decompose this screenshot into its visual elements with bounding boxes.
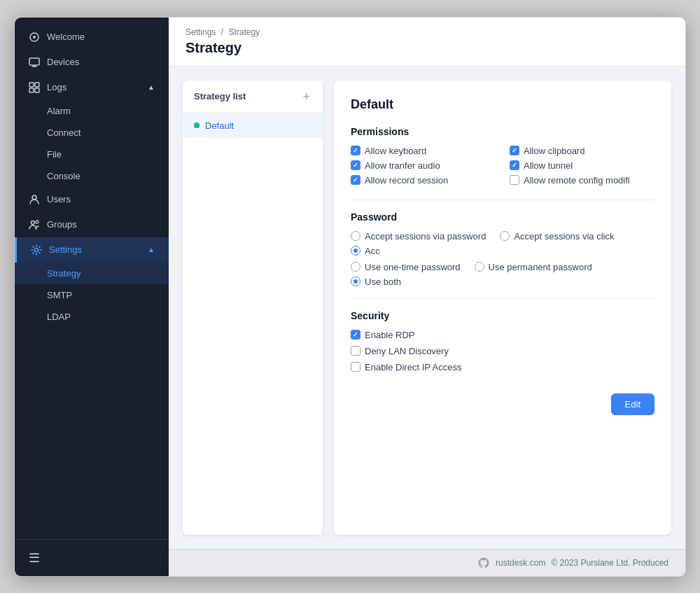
sidebar-item-groups[interactable]: Groups <box>15 212 169 237</box>
svg-rect-3 <box>29 83 34 87</box>
password-row1: Accept sessions via password Accept sess… <box>351 231 654 256</box>
permissions-divider <box>351 200 654 200</box>
breadcrumb-current: Strategy <box>228 27 260 37</box>
permissions-grid: Allow keyboard Allow clipboard Allow tra… <box>351 146 654 186</box>
permission-tunnel-checkbox[interactable] <box>510 160 519 170</box>
radio-one-time-indicator <box>351 262 360 272</box>
strategy-list-title: Strategy list <box>194 91 246 102</box>
permissions-section-title: Permissions <box>351 126 654 137</box>
sidebar-item-devices[interactable]: Devices <box>15 50 169 75</box>
security-direct-ip-checkbox[interactable] <box>351 362 360 372</box>
permission-keyboard-label: Allow keyboard <box>365 146 426 156</box>
radio-via-password[interactable]: Accept sessions via password <box>351 231 486 242</box>
sidebar-item-welcome[interactable]: Welcome <box>15 25 169 50</box>
sidebar-item-smtp-label: SMTP <box>47 290 72 300</box>
permission-clipboard-checkbox[interactable] <box>510 146 519 155</box>
detail-panel: Default Permissions Allow keyboard Allow… <box>334 81 671 535</box>
sidebar-item-connect[interactable]: Connect <box>15 122 169 144</box>
svg-rect-2 <box>29 58 39 65</box>
breadcrumb-separator: / <box>221 27 223 37</box>
list-icon: ☰ <box>29 551 40 565</box>
permission-tunnel: Allow tunnel <box>510 160 654 171</box>
sidebar-item-connect-label: Connect <box>47 127 80 138</box>
radio-via-acc[interactable]: Acc <box>351 246 380 256</box>
security-enable-rdp-label: Enable RDP <box>365 330 415 340</box>
permission-transfer-audio-label: Allow tranfer audio <box>365 160 440 171</box>
radio-via-click-indicator <box>500 231 510 241</box>
radio-both[interactable]: Use both <box>351 277 401 287</box>
sidebar-item-file-label: File <box>47 149 62 160</box>
security-enable-rdp: Enable RDP <box>351 330 654 340</box>
breadcrumb-parent: Settings <box>186 27 216 37</box>
settings-chevron-icon: ▲ <box>148 246 155 253</box>
sidebar-item-console[interactable]: Console <box>15 165 169 187</box>
sidebar-item-smtp[interactable]: SMTP <box>15 284 169 306</box>
svg-point-7 <box>32 195 36 200</box>
sidebar: Welcome Devices <box>15 18 169 576</box>
password-divider <box>351 298 654 299</box>
action-bar: Edit <box>351 386 654 415</box>
sidebar-item-file[interactable]: File <box>15 144 169 165</box>
sidebar-item-devices-label: Devices <box>47 57 79 67</box>
users-icon <box>29 219 40 230</box>
sidebar-item-ldap-label: LDAP <box>47 312 71 322</box>
sidebar-item-alarm-label: Alarm <box>47 106 71 116</box>
radio-permanent-indicator <box>475 262 484 272</box>
breadcrumb: Settings / Strategy <box>186 27 668 37</box>
user-icon <box>29 194 40 205</box>
main-content: Settings / Strategy Strategy Strategy li… <box>169 18 685 576</box>
permission-clipboard-label: Allow clipboard <box>524 146 584 156</box>
permission-remote-config-checkbox[interactable] <box>510 175 519 185</box>
radio-via-acc-label: Acc <box>365 246 380 256</box>
radio-one-time-label: Use one-time password <box>365 262 461 272</box>
security-deny-lan: Deny LAN Discovery <box>351 346 654 356</box>
strategy-item-default[interactable]: Default <box>183 113 323 138</box>
radio-both-indicator <box>351 277 360 286</box>
sidebar-item-alarm[interactable]: Alarm <box>15 100 169 122</box>
permission-transfer-audio-checkbox[interactable] <box>351 160 360 170</box>
sidebar-nav: Welcome Devices <box>15 18 169 539</box>
edit-button[interactable]: Edit <box>611 393 654 415</box>
permission-record-session-label: Allow record session <box>365 175 448 186</box>
radio-via-acc-indicator <box>351 246 360 256</box>
radio-via-click-label: Accept sessions via click <box>514 231 614 242</box>
security-deny-lan-label: Deny LAN Discovery <box>365 346 449 356</box>
radio-one-time[interactable]: Use one-time password <box>351 262 461 272</box>
sidebar-item-strategy[interactable]: Strategy <box>15 263 169 284</box>
security-deny-lan-checkbox[interactable] <box>351 346 360 356</box>
radio-via-click[interactable]: Accept sessions via click <box>500 231 614 242</box>
permission-clipboard: Allow clipboard <box>510 146 654 156</box>
content-area: Strategy list + Default Default Permissi… <box>169 67 685 549</box>
sidebar-item-users-label: Users <box>47 194 71 204</box>
radio-permanent-label: Use permanent password <box>489 262 592 272</box>
permission-tunnel-label: Allow tunnel <box>524 160 573 171</box>
permission-keyboard: Allow keyboard <box>351 146 496 156</box>
sidebar-item-ldap[interactable]: LDAP <box>15 306 169 328</box>
sidebar-item-settings-label: Settings <box>49 244 82 255</box>
permission-remote-config: Allow remote config modifi <box>510 175 654 186</box>
strategy-list-panel: Strategy list + Default <box>183 81 323 535</box>
security-enable-rdp-checkbox[interactable] <box>351 330 360 340</box>
monitor-icon <box>29 57 40 68</box>
permission-transfer-audio: Allow tranfer audio <box>351 160 496 171</box>
logs-chevron-icon: ▲ <box>148 83 155 91</box>
radio-permanent[interactable]: Use permanent password <box>475 262 592 272</box>
sidebar-item-logs[interactable]: Logs ▲ <box>15 75 169 100</box>
sidebar-item-users[interactable]: Users <box>15 187 169 212</box>
sidebar-item-logs-label: Logs <box>47 82 66 92</box>
security-direct-ip: Enable Direct IP Access <box>351 362 654 372</box>
sidebar-item-settings[interactable]: Settings ▲ <box>15 237 169 263</box>
security-direct-ip-label: Enable Direct IP Access <box>365 362 462 372</box>
password-section-title: Password <box>351 211 654 223</box>
permission-keyboard-checkbox[interactable] <box>351 146 360 155</box>
svg-rect-4 <box>35 83 39 87</box>
radio-both-label: Use both <box>365 277 401 287</box>
sidebar-item-console-label: Console <box>47 171 80 181</box>
footer-website: rustdesk.com <box>496 558 545 568</box>
strategy-active-dot <box>194 123 200 128</box>
security-items: Enable RDP Deny LAN Discovery Enable Dir… <box>351 330 654 372</box>
add-strategy-button[interactable]: + <box>301 90 312 103</box>
topbar: Settings / Strategy Strategy <box>169 18 685 67</box>
permission-record-session-checkbox[interactable] <box>351 175 360 185</box>
svg-point-8 <box>31 221 35 224</box>
